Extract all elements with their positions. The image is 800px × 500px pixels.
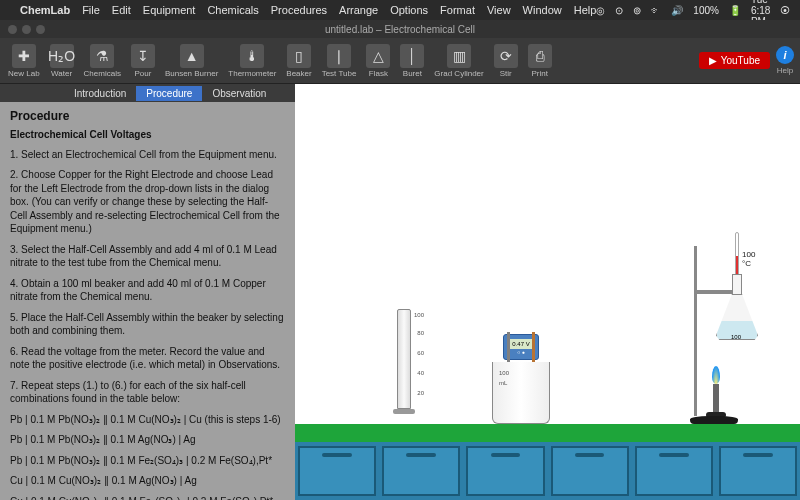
menu-file[interactable]: File [82, 4, 100, 16]
spotlight-icon[interactable]: ⦿ [780, 5, 790, 16]
volume-icon[interactable]: 🔊 [671, 5, 683, 16]
tab-introduction[interactable]: Introduction [64, 86, 136, 101]
stir-icon: ⟳ [494, 44, 518, 68]
right-electrode [532, 332, 535, 362]
bench-top [295, 424, 800, 442]
youtube-button[interactable]: ▶ YouTube [699, 52, 770, 69]
flame-icon [712, 366, 720, 384]
toolbar: ✚New LabH₂OWater⚗Chemicals↧Pour▲Bunsen B… [0, 38, 800, 84]
bench-front [295, 442, 800, 500]
water-icon: H₂O [50, 44, 74, 68]
procedure-step: 1. Select an Electrochemical Cell from t… [10, 148, 285, 162]
menu-equipment[interactable]: Equipment [143, 4, 196, 16]
menu-arrange[interactable]: Arrange [339, 4, 378, 16]
tool-print[interactable]: ⎙Print [526, 44, 554, 78]
procedure-heading: Procedure [10, 108, 285, 124]
tool-stir[interactable]: ⟳Stir [492, 44, 520, 78]
chemicals-icon: ⚗ [90, 44, 114, 68]
ring-stand-pole [694, 246, 697, 416]
tool-flask[interactable]: △Flask [364, 44, 392, 78]
halfcell-combo: Pb | 0.1 M Pb(NO₃)₂ ‖ 0.1 M Cu(NO₃)₂ | C… [10, 413, 285, 427]
procedure-step: 2. Choose Copper for the Right Electrode… [10, 168, 285, 236]
left-electrode [507, 332, 510, 362]
min-dot[interactable] [22, 25, 31, 34]
tool-beaker[interactable]: ▯Beaker [284, 44, 313, 78]
gradcyl-icon: ▥ [447, 44, 471, 68]
pour-icon: ↧ [131, 44, 155, 68]
procedure-panel: Introduction Procedure Observation Proce… [0, 84, 295, 500]
simulation-viewport[interactable]: 100 80 60 40 20 0.47 V ○ ● 100 mL [295, 84, 800, 500]
tool-gradcyl[interactable]: ▥Grad Cylinder [432, 44, 485, 78]
bunsen-icon: ▲ [180, 44, 204, 68]
flask-on-stand[interactable]: 100 °C 100 [650, 244, 760, 424]
battery-icon: 🔋 [729, 5, 741, 16]
battery-status: 100% [693, 5, 719, 16]
procedure-step: 3. Select the Half-Cell Assembly and add… [10, 243, 285, 270]
electrochemical-cell[interactable]: 0.47 V ○ ● 100 mL [490, 334, 552, 424]
halfcell-combo: Cu | 0.1 M Cu(NO₃)₂ ‖ 0.1 M Ag(NO₃) | Ag [10, 474, 285, 488]
menu-options[interactable]: Options [390, 4, 428, 16]
halfcell-combo: Pb | 0.1 M Pb(NO₃)₂ ‖ 0.1 M Fe₂(SO₄)₃ | … [10, 454, 285, 468]
halfcell-combo: Pb | 0.1 M Pb(NO₃)₂ ‖ 0.1 M Ag(NO₃) | Ag [10, 433, 285, 447]
macos-menubar: ChemLab File Edit Equipment Chemicals Pr… [0, 0, 800, 20]
status-icon: ⊙ [615, 5, 623, 16]
tool-water[interactable]: H₂OWater [48, 44, 76, 78]
app-name[interactable]: ChemLab [20, 4, 70, 16]
menu-procedures[interactable]: Procedures [271, 4, 327, 16]
tool-new-lab[interactable]: ✚New Lab [6, 44, 42, 78]
help-label: Help [777, 66, 793, 75]
procedure-step: 7. Repeat steps (1.) to (6.) for each of… [10, 379, 285, 406]
erlenmeyer-flask[interactable]: 100 [716, 274, 758, 340]
thermometer-icon: 🌡 [240, 44, 264, 68]
beaker-icon: ▯ [287, 44, 311, 68]
ring-stand-base [690, 416, 738, 424]
flask-icon: △ [366, 44, 390, 68]
status-icon: ◎ [596, 5, 605, 16]
window-titlebar: untitled.lab – Electrochemical Cell [0, 20, 800, 38]
menu-help[interactable]: Help [574, 4, 597, 16]
menu-view[interactable]: View [487, 4, 511, 16]
status-icon: ⊚ [633, 5, 641, 16]
halfcell-combo: Cu | 0.1 M Cu(NO₃)₂ ‖ 0.1 M Fe₂(SO₄)₃ | … [10, 495, 285, 500]
tool-thermometer[interactable]: 🌡Thermometer [226, 44, 278, 78]
tool-buret[interactable]: │Buret [398, 44, 426, 78]
buret-icon: │ [400, 44, 424, 68]
tab-procedure[interactable]: Procedure [136, 86, 202, 101]
window-title: untitled.lab – Electrochemical Cell [0, 24, 800, 35]
graduated-cylinder[interactable]: 100 80 60 40 20 [393, 309, 415, 424]
beaker: 100 mL [492, 362, 550, 424]
print-icon: ⎙ [528, 44, 552, 68]
menu-format[interactable]: Format [440, 4, 475, 16]
procedure-step: 6. Read the voltage from the meter. Reco… [10, 345, 285, 372]
procedure-text: Procedure Electrochemical Cell Voltages … [0, 102, 295, 500]
max-dot[interactable] [36, 25, 45, 34]
procedure-step: 4. Obtain a 100 ml beaker and add 40 ml … [10, 277, 285, 304]
panel-tabs: Introduction Procedure Observation [0, 84, 295, 102]
tool-pour[interactable]: ↧Pour [129, 44, 157, 78]
tab-observation[interactable]: Observation [202, 86, 276, 101]
tool-chemicals[interactable]: ⚗Chemicals [82, 44, 123, 78]
menu-chemicals[interactable]: Chemicals [207, 4, 258, 16]
tool-bunsen[interactable]: ▲Bunsen Burner [163, 44, 220, 78]
voltmeter-reading: 0.47 V [507, 339, 535, 349]
new-lab-icon: ✚ [12, 44, 36, 68]
close-dot[interactable] [8, 25, 17, 34]
wifi-icon[interactable]: ᯤ [651, 5, 661, 16]
info-button[interactable]: i [776, 46, 794, 64]
tool-testtube[interactable]: ❘Test Tube [320, 44, 359, 78]
testtube-icon: ❘ [327, 44, 351, 68]
procedure-subheading: Electrochemical Cell Voltages [10, 128, 285, 142]
procedure-step: 5. Place the Half-Cell Assembly within t… [10, 311, 285, 338]
bunsen-burner[interactable] [706, 366, 726, 418]
menu-edit[interactable]: Edit [112, 4, 131, 16]
menu-window[interactable]: Window [523, 4, 562, 16]
temperature-label: 100 °C [742, 250, 760, 268]
